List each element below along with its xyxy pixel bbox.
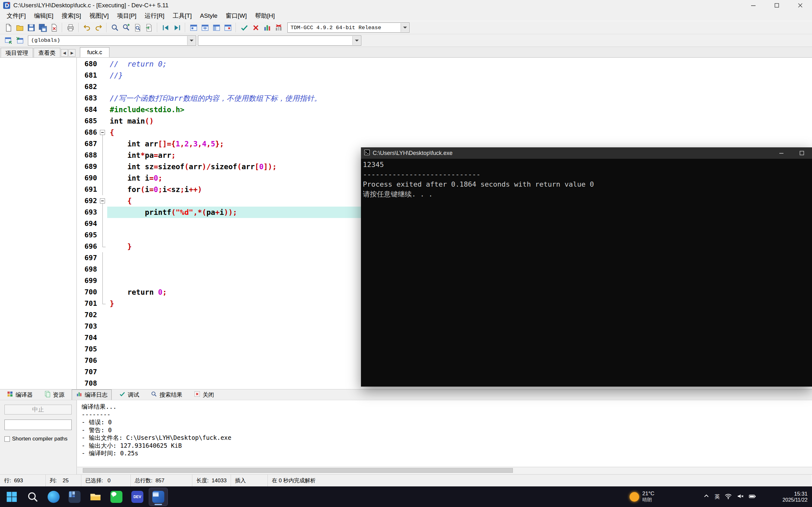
start-button[interactable]	[3, 488, 21, 506]
new-file-icon[interactable]	[3, 22, 14, 33]
line-number[interactable]: 707	[77, 366, 98, 378]
wechat-icon[interactable]	[107, 488, 125, 506]
project-panel[interactable]	[0, 58, 77, 389]
line-number[interactable]: 693	[77, 207, 98, 218]
line-number[interactable]: 702	[77, 309, 98, 321]
save-all-icon[interactable]	[37, 22, 48, 33]
ime-indicator[interactable]: 英	[715, 493, 720, 500]
menu-item-6[interactable]: 工具[T]	[168, 10, 196, 21]
bottom-tab-5[interactable]: 关闭	[190, 389, 218, 400]
console-window[interactable]: C:\Users\LYH\Desktop\fuck.exe 12345-----…	[361, 147, 812, 387]
menu-item-0[interactable]: 文件[F]	[3, 10, 30, 21]
bottom-tab-3[interactable]: 调试	[115, 389, 143, 400]
members-select-arrow-icon[interactable]	[352, 36, 361, 45]
weather-widget[interactable]: 21°C 晴朗	[629, 487, 654, 507]
back-icon[interactable]	[160, 22, 171, 33]
menu-item-4[interactable]: 项目[P]	[113, 10, 141, 21]
line-number[interactable]: 695	[77, 229, 98, 241]
browser-app-icon[interactable]	[44, 488, 63, 506]
pinned-app-icon[interactable]	[65, 488, 84, 506]
tab-class-browser[interactable]: 查看类	[34, 48, 60, 57]
volume-muted-icon[interactable]	[737, 493, 744, 501]
menu-item-9[interactable]: 帮助[H]	[251, 10, 279, 21]
line-number[interactable]: 698	[77, 264, 98, 275]
fold-marker-icon[interactable]	[98, 195, 107, 207]
line-number[interactable]: 683	[77, 93, 98, 104]
members-select[interactable]	[198, 36, 361, 46]
file-tab-fuck-c[interactable]: fuck.c	[80, 47, 109, 57]
line-number[interactable]: 696	[77, 241, 98, 252]
tab-project-manager[interactable]: 项目管理	[1, 48, 33, 57]
line-number[interactable]: 703	[77, 321, 98, 332]
taskbar-clock[interactable]: 15:31 2025/11/22	[782, 487, 808, 507]
bottom-tab-2[interactable]: 编译日志	[72, 389, 112, 400]
tab-scroll-right-icon[interactable]: ▶	[68, 49, 75, 57]
syntax-check-icon[interactable]	[239, 22, 250, 33]
line-number[interactable]: 684	[77, 104, 98, 115]
menu-item-8[interactable]: 窗口[W]	[221, 10, 251, 21]
devcpp-taskbar-icon[interactable]: DEV	[128, 488, 147, 506]
search-icon[interactable]	[23, 488, 42, 506]
fold-collapse-box-icon[interactable]	[100, 199, 105, 204]
forward-icon[interactable]	[171, 22, 183, 33]
maximize-button[interactable]	[765, 0, 789, 10]
grid-window-icon-3[interactable]	[211, 22, 222, 33]
find-icon[interactable]	[109, 22, 120, 33]
code-line[interactable]: 683//写一个函数打印arr数组的内容，不使用数组下标，使用指针。	[77, 93, 812, 104]
bottom-tab-0[interactable]: 编译器	[3, 389, 37, 400]
active-app-icon[interactable]	[149, 488, 167, 506]
battery-icon[interactable]	[749, 493, 756, 501]
tray-chevron-icon[interactable]	[703, 493, 710, 501]
code-line[interactable]: 686{	[77, 127, 812, 138]
line-number[interactable]: 681	[77, 70, 98, 81]
abort-compile-icon[interactable]	[250, 22, 261, 33]
delete-profiling-icon[interactable]	[273, 22, 284, 33]
file-explorer-icon[interactable]	[86, 488, 105, 506]
line-number[interactable]: 680	[77, 58, 98, 70]
line-number[interactable]: 687	[77, 138, 98, 150]
grid-window-icon-4[interactable]	[222, 22, 234, 33]
line-number[interactable]: 685	[77, 115, 98, 127]
save-icon[interactable]	[26, 22, 37, 33]
find-in-files-icon[interactable]	[132, 22, 143, 33]
line-number[interactable]: 689	[77, 161, 98, 172]
log-horizontal-scrollbar[interactable]	[77, 467, 812, 473]
line-number[interactable]: 708	[77, 378, 98, 389]
menu-item-5[interactable]: 运行[R]	[141, 10, 168, 21]
line-number[interactable]: 694	[77, 218, 98, 229]
bottom-tab-1[interactable]: 资源	[40, 389, 68, 400]
menu-item-1[interactable]: 编辑[E]	[30, 10, 57, 21]
fold-marker-icon[interactable]	[98, 127, 107, 138]
compiler-select[interactable]: TDM-GCC 4.9.2 64-bit Release	[287, 22, 409, 33]
console-minimize-button[interactable]	[771, 147, 792, 159]
line-number[interactable]: 706	[77, 355, 98, 366]
line-number[interactable]: 682	[77, 81, 98, 93]
fold-collapse-box-icon[interactable]	[100, 130, 105, 135]
line-number[interactable]: 699	[77, 275, 98, 286]
code-line[interactable]: 684#include<stdio.h>	[77, 104, 812, 115]
log-scrollbar-thumb[interactable]	[83, 468, 513, 473]
print-icon[interactable]	[65, 22, 76, 33]
line-number[interactable]: 690	[77, 172, 98, 184]
line-number[interactable]: 704	[77, 332, 98, 343]
goto-definition-icon[interactable]	[14, 35, 26, 46]
line-number[interactable]: 692	[77, 195, 98, 207]
bottom-tab-4[interactable]: 搜索结果	[147, 389, 187, 400]
grid-window-icon-2[interactable]	[199, 22, 211, 33]
menu-item-3[interactable]: 视图[V]	[85, 10, 113, 21]
profile-icon[interactable]	[261, 22, 273, 33]
wifi-icon[interactable]	[724, 493, 732, 501]
tab-scroll-left-icon[interactable]: ◀	[61, 49, 68, 57]
globals-select-arrow-icon[interactable]	[187, 36, 195, 45]
code-line[interactable]: 682	[77, 81, 812, 93]
minimize-button[interactable]	[742, 0, 765, 10]
code-line[interactable]: 681//}	[77, 70, 812, 81]
line-number[interactable]: 705	[77, 343, 98, 355]
line-number[interactable]: 688	[77, 150, 98, 161]
menu-item-7[interactable]: AStyle	[196, 10, 222, 21]
goto-line-icon[interactable]	[143, 22, 155, 33]
globals-select[interactable]: (globals)	[28, 36, 196, 46]
console-maximize-button[interactable]	[792, 147, 812, 159]
undo-icon[interactable]	[81, 22, 93, 33]
shorten-paths-checkbox[interactable]	[4, 436, 10, 442]
